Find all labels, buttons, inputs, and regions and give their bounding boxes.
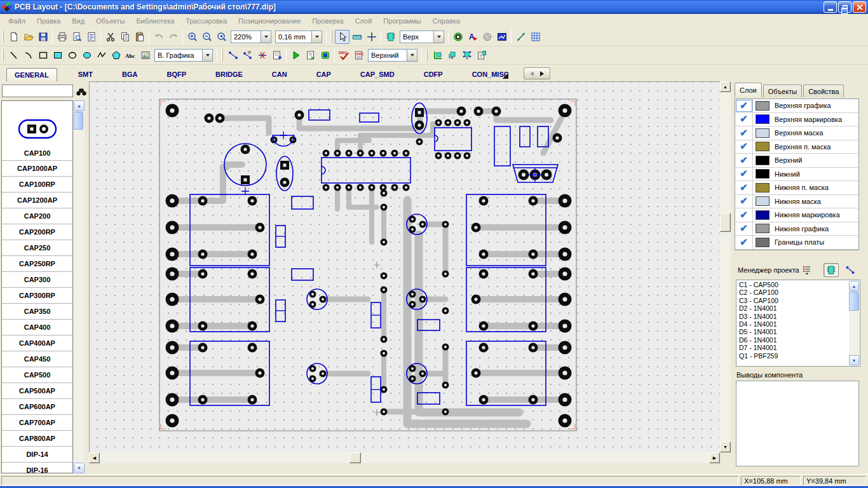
zoom-out-button[interactable] — [200, 30, 214, 44]
layer-row[interactable]: ✔ Верхняя маска — [735, 126, 858, 140]
update-list-button[interactable] — [799, 263, 815, 277]
save-file-button[interactable] — [36, 30, 50, 44]
component-list-item[interactable]: CAP300RP — [2, 288, 72, 304]
pcb-canvas[interactable] — [89, 81, 720, 452]
menu-item[interactable]: Проверка — [306, 17, 349, 25]
dropdown-arrow-icon[interactable] — [261, 31, 271, 43]
toolbar-grip[interactable] — [330, 30, 332, 43]
menu-item[interactable]: Объекты — [90, 17, 130, 25]
component-list-item[interactable]: CAP1000AP — [2, 161, 72, 177]
scroll-left-button[interactable]: ◀ — [89, 452, 100, 463]
project-component-item[interactable]: D2 - 1N4001 — [737, 304, 849, 312]
layer-row[interactable]: ✔ Нижняя п. маска — [735, 181, 858, 195]
project-component-item[interactable]: C3 - CAP100 — [737, 297, 849, 304]
library-tab[interactable]: CAP — [316, 71, 331, 78]
layer-visibility-checkbox[interactable]: ✔ — [735, 126, 753, 140]
autorouter-setup-button[interactable] — [303, 48, 318, 62]
layer-color-swatch[interactable] — [756, 128, 770, 138]
scroll-thumb[interactable] — [349, 452, 361, 463]
component-list-item[interactable]: CAP400AP — [2, 336, 72, 351]
canvas-horizontal-scrollbar[interactable]: ◀ ▶ — [89, 452, 720, 463]
route-list-button[interactable] — [269, 48, 284, 62]
menu-item[interactable]: Трассировка — [180, 17, 233, 25]
layer-visibility-checkbox[interactable]: ✔ — [735, 195, 753, 208]
nets-view-button[interactable] — [843, 263, 858, 277]
tab-overflow-icon[interactable] — [503, 73, 508, 79]
layer-color-swatch[interactable] — [756, 196, 770, 206]
tab-scroll-right-button[interactable] — [537, 68, 550, 79]
copper-pour-button[interactable] — [494, 30, 509, 44]
rectangle-tool-button[interactable] — [36, 48, 50, 62]
pcb-drawing[interactable] — [90, 82, 720, 452]
layer-pair-combobox[interactable]: Верх — [400, 30, 444, 43]
align-components-button[interactable] — [459, 48, 474, 62]
zoom-combobox[interactable]: 220% — [231, 30, 271, 43]
measure-tool-button[interactable] — [349, 30, 364, 44]
layer-color-swatch[interactable] — [756, 142, 770, 151]
components-view-button[interactable] — [824, 263, 839, 277]
toolbar-grip[interactable] — [2, 49, 4, 62]
graphics-layer-combobox[interactable]: В. Графика — [154, 49, 213, 62]
route-manual-button[interactable] — [226, 48, 240, 62]
component-list-item[interactable]: CAP1200AP — [2, 193, 72, 208]
route-edit-button[interactable] — [240, 48, 255, 62]
layer-row[interactable]: ✔ Верхняя п. маска — [735, 140, 858, 154]
zoom-in-button[interactable] — [185, 30, 200, 44]
layer-color-swatch[interactable] — [756, 101, 770, 111]
dropdown-arrow-icon[interactable] — [311, 31, 322, 43]
menu-item[interactable]: Программы — [377, 17, 426, 25]
tab-layers[interactable]: Слои — [735, 83, 762, 97]
polyline-tool-button[interactable] — [94, 48, 109, 62]
scroll-down-button[interactable]: ▼ — [849, 355, 859, 365]
copy-button[interactable] — [118, 30, 132, 44]
measure-distance-button[interactable] — [513, 30, 528, 44]
layer-visibility-checkbox[interactable]: ✔ — [735, 168, 753, 181]
restore-button[interactable] — [838, 1, 851, 13]
scroll-down-button[interactable]: ▼ — [720, 442, 731, 452]
origin-tool-button[interactable] — [364, 30, 379, 44]
placement-origin-button[interactable] — [430, 48, 445, 62]
menu-item[interactable]: Слой — [349, 17, 378, 25]
layer-visibility-checkbox[interactable]: ✔ — [735, 140, 753, 154]
unroute-button[interactable] — [255, 48, 269, 62]
project-component-item[interactable]: C2 - CAP100 — [737, 288, 849, 296]
grid-combobox[interactable]: 0,16 mm — [275, 30, 322, 43]
layer-visibility-checkbox[interactable]: ✔ — [735, 99, 753, 112]
zoom-window-button[interactable] — [214, 30, 229, 44]
layer-visibility-checkbox[interactable]: ✔ — [735, 113, 753, 126]
text-tool-button[interactable]: Abc — [123, 48, 138, 62]
place-component-button[interactable] — [383, 30, 398, 44]
component-pins-list[interactable] — [736, 381, 859, 466]
project-component-item[interactable]: C1 - CAP500 — [737, 281, 849, 288]
toolbar-grip[interactable] — [221, 49, 223, 62]
undo-button[interactable] — [151, 30, 166, 44]
layer-color-swatch[interactable] — [756, 238, 770, 247]
library-tab-active[interactable]: GENERAL — [6, 68, 57, 81]
layer-color-swatch[interactable] — [756, 183, 770, 193]
placement-setup-button[interactable] — [474, 48, 489, 62]
library-tab[interactable]: CDFP — [424, 71, 443, 78]
component-list-item[interactable]: CAP200RP — [2, 224, 72, 240]
project-component-item[interactable]: D6 - 1N4001 — [737, 336, 849, 344]
component-list-item[interactable]: CAP300 — [2, 272, 72, 288]
component-list-item[interactable]: CAP500 — [2, 367, 72, 383]
canvas-vertical-scrollbar[interactable]: ▲ ▼ — [720, 81, 731, 452]
component-list-item[interactable]: CAP700AP — [2, 415, 72, 431]
project-component-item[interactable]: D7 - 1N4001 — [737, 344, 849, 351]
menu-item[interactable]: Вид — [66, 17, 90, 25]
new-file-button[interactable] — [6, 30, 21, 44]
layer-row[interactable]: ✔ Нижний — [735, 168, 858, 182]
pointer-tool-button[interactable] — [335, 30, 349, 44]
library-tab[interactable]: SMT — [78, 71, 93, 78]
layer-visibility-checkbox[interactable]: ✔ — [735, 222, 753, 236]
project-component-item[interactable]: Q1 - PBF259 — [737, 352, 849, 360]
project-component-item[interactable]: D4 - 1N4001 — [737, 320, 849, 328]
drc-check-button[interactable]: DRC — [337, 48, 351, 62]
drc-report-button[interactable]: DRC — [351, 48, 366, 62]
find-component-button[interactable]: A — [465, 30, 480, 44]
close-button[interactable] — [853, 1, 866, 13]
layer-color-swatch[interactable] — [756, 156, 770, 165]
layer-color-swatch[interactable] — [756, 114, 770, 124]
active-layer-combobox[interactable]: Верхний — [368, 49, 417, 62]
place-pad-button[interactable] — [451, 30, 465, 44]
